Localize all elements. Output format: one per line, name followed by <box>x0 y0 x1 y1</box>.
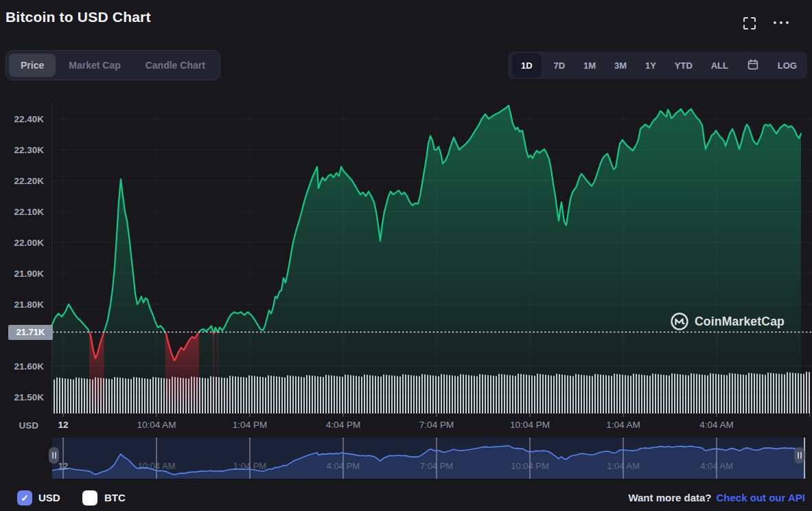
ellipsis-icon <box>772 19 790 27</box>
x-axis-label-12: 12 <box>58 420 68 430</box>
chart-type-tab-candle-chart[interactable]: Candle Chart <box>134 54 217 77</box>
navigator-right-handle[interactable] <box>794 447 804 464</box>
chart-type-tab-market-cap[interactable]: Market Cap <box>57 54 132 77</box>
y-axis-label-22.40K: 22.40K <box>0 114 44 124</box>
range-tab-1m[interactable]: 1M <box>577 56 602 76</box>
api-promo-text: Want more data? <box>628 492 711 503</box>
x-axis-label-10-04-am: 10:04 AM <box>137 420 176 430</box>
x-axis-label-4-04-pm: 4:04 PM <box>326 420 360 430</box>
fullscreen-icon <box>741 15 758 32</box>
more-options-button[interactable] <box>772 19 790 27</box>
range-tab-3m[interactable]: 3M <box>608 56 633 76</box>
y-axis-label-22.00K: 22.00K <box>0 238 44 248</box>
range-tab-all[interactable]: ALL <box>705 56 734 76</box>
y-axis-label-21.90K: 21.90K <box>0 269 44 279</box>
y-axis-label-22.10K: 22.10K <box>0 207 44 217</box>
price-chart-plot-area[interactable] <box>51 96 812 413</box>
usd-checkbox-label: USD <box>38 492 60 503</box>
chart-type-tab-price[interactable]: Price <box>9 54 56 77</box>
y-axis-label-22.20K: 22.20K <box>0 176 44 186</box>
y-axis-unit-label: USD <box>5 420 38 431</box>
navigator-left-handle[interactable] <box>49 447 59 464</box>
x-axis-label-1-04-pm: 1:04 PM <box>233 420 267 430</box>
fullscreen-button[interactable] <box>741 15 758 32</box>
custom-date-range-button[interactable] <box>741 54 765 78</box>
page-title: Bitcoin to USD Chart <box>5 9 151 25</box>
btc-checkbox[interactable] <box>82 490 97 506</box>
range-tab-7d[interactable]: 7D <box>548 56 572 76</box>
x-axis-label-10-04-pm: 10:04 PM <box>510 420 550 430</box>
range-tab-ytd[interactable]: YTD <box>669 56 699 76</box>
y-axis-label-21.60K: 21.60K <box>0 361 44 372</box>
chart-type-tab-group: PriceMarket CapCandle Chart <box>5 50 220 80</box>
date-range-tab-group: 1D7D1M3M1YYTDALLLOG <box>508 52 807 79</box>
x-axis-label-4-04-am: 4:04 AM <box>699 420 734 430</box>
range-tab-1d[interactable]: 1D <box>512 54 542 78</box>
navigator-band[interactable] <box>52 438 806 479</box>
current-price-label: 21.71K <box>8 325 53 340</box>
x-axis-label-7-04-pm: 7:04 PM <box>419 420 454 430</box>
range-tab-1y[interactable]: 1Y <box>639 56 662 76</box>
y-axis-label-22.30K: 22.30K <box>0 145 44 155</box>
y-axis-label-21.80K: 21.80K <box>0 299 44 310</box>
x-axis-label-1-04-am: 1:04 AM <box>606 420 640 430</box>
check-icon: ✓ <box>21 493 29 503</box>
calendar-icon <box>747 58 759 71</box>
btc-checkbox-label: BTC <box>104 492 126 503</box>
log-scale-toggle[interactable]: LOG <box>772 56 803 76</box>
api-link[interactable]: Check out our API <box>717 492 805 503</box>
bitcoin-usd-chart-page: Bitcoin to USD Chart PriceMarket CapCand… <box>0 0 812 511</box>
x-axis-tick-marks <box>63 413 810 417</box>
usd-checkbox[interactable]: ✓ <box>17 490 32 506</box>
footer-api-promo: Want more data? Check out our API <box>628 492 805 503</box>
y-axis-label-21.50K: 21.50K <box>0 392 44 402</box>
